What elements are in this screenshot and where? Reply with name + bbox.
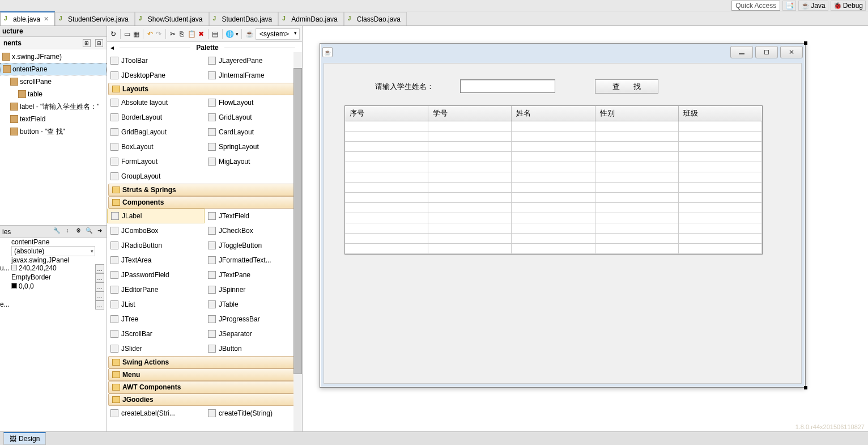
palette-item[interactable]: JButton <box>205 341 302 356</box>
open-perspective-button[interactable]: 📑 <box>782 1 796 11</box>
editor-tab[interactable]: ShowStudent.java <box>135 12 209 26</box>
palette-item[interactable]: JComboBox <box>107 223 205 238</box>
prop-value[interactable]: 0,0,0 <box>11 282 95 291</box>
palette-item[interactable]: Absolute layout <box>107 95 205 110</box>
palette-item[interactable]: JLabel <box>107 209 205 223</box>
palette-item[interactable]: GridBagLayout <box>107 125 205 139</box>
palette-scrollbar[interactable] <box>293 52 302 431</box>
palette-item[interactable]: JSpinner <box>205 282 302 297</box>
close-icon[interactable]: ✕ <box>780 46 803 58</box>
palette-folder[interactable]: Menu <box>108 368 301 381</box>
table-row[interactable] <box>345 183 762 193</box>
search-button[interactable]: 查 找 <box>595 79 658 94</box>
palette-item[interactable]: JScrollBar <box>107 327 205 341</box>
tree-item[interactable]: label - "请输入学生姓名：" <box>0 100 107 113</box>
palette-item[interactable]: JTable <box>205 297 302 312</box>
jframe[interactable]: ☕ ✕ 请输入学生姓名： 查 找 序号学号姓名性别班级 <box>320 43 806 388</box>
tree-item[interactable]: scrollPane <box>0 75 107 88</box>
palette-item[interactable]: JTextArea <box>107 253 205 268</box>
palette-item[interactable]: createLabel(Stri... <box>107 406 205 421</box>
palette-item[interactable]: JSlider <box>107 341 205 356</box>
design-tab[interactable]: 🖼 Design <box>3 432 46 445</box>
palette-item[interactable]: FormLayout <box>107 154 205 169</box>
internationalize-icon[interactable]: 🌐 <box>225 28 235 40</box>
palette-panel[interactable]: ◂ Palette JToolBarJLayeredPaneJDesktopPa… <box>107 42 302 431</box>
table-row[interactable] <box>345 172 762 183</box>
prop-edit[interactable]: … <box>95 291 107 300</box>
expand-all-icon[interactable]: ⊞ <box>83 39 91 47</box>
palette-item[interactable]: JToggleButton <box>205 238 302 253</box>
debug-perspective[interactable]: 🐞Debug <box>831 1 866 11</box>
resize-handle[interactable] <box>804 386 807 389</box>
palette-item[interactable]: JPasswordField <box>107 268 205 282</box>
table-row[interactable] <box>345 223 762 234</box>
close-tab-icon[interactable]: ✕ <box>44 15 49 23</box>
prop-edit[interactable]: … <box>95 300 107 310</box>
resize-handle[interactable] <box>804 41 807 45</box>
tree-item[interactable]: ontentPane <box>0 63 107 75</box>
student-table[interactable]: 序号学号姓名性别班级 <box>344 105 763 255</box>
tree-item[interactable]: textField <box>0 113 107 125</box>
table-row[interactable] <box>345 203 762 213</box>
editor-tab[interactable]: AdminDao.java <box>278 12 343 26</box>
prop-value[interactable]: EmptyBorder <box>11 273 95 282</box>
table-column-header[interactable]: 姓名 <box>512 106 595 121</box>
collapse-all-icon[interactable]: ⊟ <box>95 39 103 47</box>
editor-tab[interactable]: StudentDao.java <box>209 12 279 26</box>
palette-item[interactable]: JSeparator <box>205 327 302 341</box>
palette-item[interactable]: BoxLayout <box>107 139 205 154</box>
palette-folder[interactable]: Layouts <box>108 83 301 95</box>
java-perspective[interactable]: ☕Java <box>798 1 828 11</box>
design-canvas[interactable]: ☕ ✕ 请输入学生姓名： 查 找 序号学号姓名性别班级 <box>303 26 868 431</box>
table-row[interactable] <box>345 142 762 152</box>
palette-item[interactable]: JTextField <box>205 209 302 223</box>
props-goto-icon[interactable]: ➜ <box>95 227 104 236</box>
maximize-icon[interactable] <box>755 46 778 58</box>
palette-item[interactable]: JList <box>107 297 205 312</box>
select-icon[interactable]: ▭ <box>123 28 131 40</box>
palette-item[interactable]: GridLayout <box>205 110 302 125</box>
palette-item[interactable]: JFormattedText... <box>205 253 302 268</box>
structure-tree[interactable]: x.swing.JFrame)ontentPanescrollPanetable… <box>0 49 107 225</box>
copy-icon[interactable]: ⎘ <box>178 28 186 40</box>
palette-item[interactable]: JTree <box>107 312 205 327</box>
table-row[interactable] <box>345 162 762 172</box>
undo-icon[interactable]: ↶ <box>146 28 154 40</box>
props-tool-2[interactable]: ↕ <box>63 227 72 236</box>
palette-item[interactable]: JToolBar <box>107 53 205 68</box>
props-tool-4[interactable]: 🔍 <box>84 227 93 236</box>
paste-icon[interactable]: 📋 <box>187 28 197 40</box>
name-textfield[interactable] <box>460 79 555 93</box>
minimize-icon[interactable] <box>730 46 753 58</box>
palette-item[interactable]: JProgressBar <box>205 312 302 327</box>
prop-value[interactable]: javax.swing.JPanel <box>11 256 95 264</box>
palette-folder[interactable]: JGoodies <box>108 393 301 406</box>
lnf-icon[interactable]: ☕ <box>245 28 254 40</box>
props-tool-1[interactable]: 🔧 <box>52 227 61 236</box>
quick-access[interactable]: Quick Access <box>731 1 780 11</box>
prop-edit[interactable] <box>95 246 107 256</box>
prop-edit[interactable] <box>95 238 107 246</box>
system-lnf-combo[interactable]: <system> <box>256 28 300 40</box>
prop-value[interactable] <box>11 291 95 300</box>
palette-item[interactable]: CardLayout <box>205 125 302 139</box>
editor-tab[interactable]: able.java✕ <box>0 11 55 26</box>
table-column-header[interactable]: 学号 <box>428 106 512 121</box>
tree-item[interactable]: button - "查 找" <box>0 125 107 138</box>
prop-edit[interactable]: … <box>95 264 107 273</box>
prop-value[interactable]: contentPane <box>11 238 95 246</box>
palette-item[interactable]: SpringLayout <box>205 139 302 154</box>
prop-value[interactable]: 240,240,240 <box>11 264 95 273</box>
table-column-header[interactable]: 班级 <box>679 106 762 121</box>
prop-edit[interactable]: … <box>95 273 107 282</box>
palette-folder[interactable]: Swing Actions <box>108 356 301 368</box>
palette-item[interactable]: JRadioButton <box>107 238 205 253</box>
palette-folder[interactable]: AWT Components <box>108 381 301 393</box>
table-column-header[interactable]: 序号 <box>345 106 428 121</box>
editor-tab[interactable]: ClassDao.java <box>344 12 407 26</box>
palette-item[interactable]: MigLayout <box>205 154 302 169</box>
table-column-header[interactable]: 性别 <box>595 106 679 121</box>
properties-grid[interactable]: contentPane(absolute)javax.swing.JPanelu… <box>0 238 107 310</box>
tree-item[interactable]: table <box>0 88 107 100</box>
marquee-icon[interactable]: ▦ <box>132 28 140 40</box>
